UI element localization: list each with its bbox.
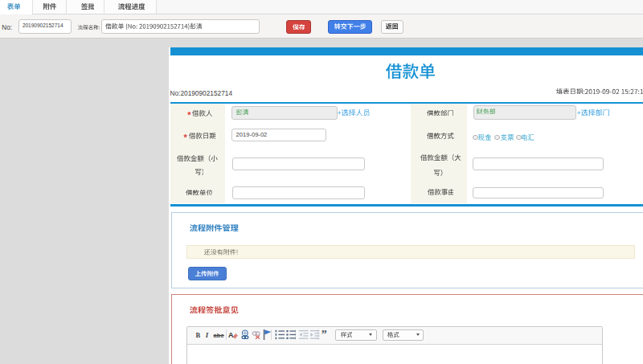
svg-text:A: A [228, 331, 234, 339]
